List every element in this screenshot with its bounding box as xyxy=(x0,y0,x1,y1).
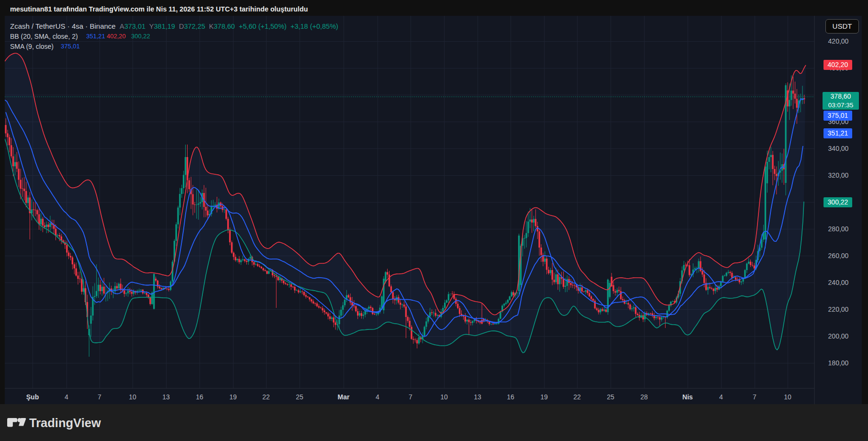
svg-text:TradingView: TradingView xyxy=(29,418,101,430)
